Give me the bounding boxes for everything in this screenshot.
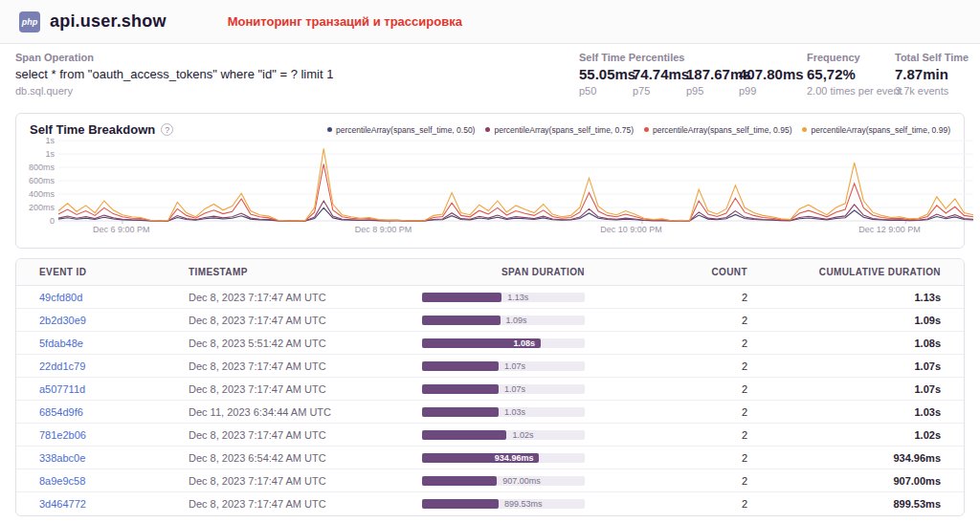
percentiles-label: Self Time Percentiles <box>579 52 807 63</box>
cell-cumulative-duration: 1.09s <box>767 315 941 326</box>
line-chart <box>58 141 973 221</box>
duration-bar-fill <box>422 361 499 371</box>
cell-event-id: 3d464772 <box>39 498 189 510</box>
chart-legend: percentileArray(spans_self_time, 0.50)pe… <box>327 125 950 135</box>
table-row: 6854d9f6Dec 11, 2023 6:34:44 AM UTC1.03s… <box>16 401 964 424</box>
series-line <box>58 207 973 221</box>
cell-cumulative-duration: 1.02s <box>767 429 941 441</box>
percentile-item: 187.67msp95 <box>686 66 739 97</box>
duration-bar-track: 934.96ms <box>422 453 585 463</box>
cell-cumulative-duration: 1.07s <box>767 360 941 372</box>
event-id-link[interactable]: 2b2d30e9 <box>39 315 86 326</box>
help-icon[interactable]: ? <box>161 123 173 136</box>
duration-bar-track: 1.09s <box>422 316 585 325</box>
percentiles-values: 55.05msp5074.74msp75187.67msp95407.80msp… <box>579 66 807 97</box>
series-line <box>58 164 973 221</box>
duration-bar-label: 1.03s <box>504 407 525 417</box>
percentile-name: p50 <box>579 85 633 97</box>
cell-event-id: 2b2d30e9 <box>39 315 189 326</box>
cell-timestamp: Dec 8, 2023 7:17:47 AM UTC <box>189 498 422 510</box>
y-tick-label: 600ms <box>20 176 55 185</box>
event-id-link[interactable]: 338abc0e <box>39 452 85 464</box>
duration-bar-track: 1.07s <box>422 361 585 371</box>
total-self-time-label: Total Self Time <box>895 52 969 63</box>
cell-count: 2 <box>613 315 767 326</box>
duration-bar-label: 1.08s <box>514 338 536 348</box>
cell-span-duration: 1.08s <box>422 338 613 348</box>
page-title: api.user.show <box>50 11 167 32</box>
cell-count: 2 <box>613 360 767 372</box>
frequency-sub: 2.00 times per event <box>807 85 902 97</box>
cell-event-id: 8a9e9c58 <box>39 475 189 487</box>
event-id-link[interactable]: 49cfd80d <box>39 292 82 303</box>
cell-timestamp: Dec 8, 2023 7:17:47 AM UTC <box>189 315 422 326</box>
legend-label: percentileArray(spans_self_time, 0.50) <box>336 125 476 135</box>
percentile-name: p99 <box>739 85 807 97</box>
y-tick-label: 400ms <box>20 189 55 199</box>
event-id-link[interactable]: 3d464772 <box>39 498 86 510</box>
duration-bar-label: 907.00ms <box>502 476 541 486</box>
duration-bar-fill <box>422 407 499 417</box>
cell-span-duration: 1.13s <box>422 293 613 302</box>
cell-count: 2 <box>613 452 767 464</box>
column-header: CUMULATIVE DURATION <box>767 267 941 277</box>
legend-item[interactable]: percentileArray(spans_self_time, 0.50) <box>327 125 476 135</box>
legend-label: percentileArray(spans_self_time, 0.95) <box>653 125 792 135</box>
legend-item[interactable]: percentileArray(spans_self_time, 0.99) <box>802 125 950 135</box>
cell-span-duration: 1.02s <box>422 430 613 440</box>
y-tick-label: 200ms <box>20 203 55 212</box>
cell-cumulative-duration: 1.08s <box>767 338 941 349</box>
duration-bar-label: 1.07s <box>504 384 525 394</box>
duration-bar-label: 934.96ms <box>495 453 534 463</box>
event-id-link[interactable]: 6854d9f6 <box>39 406 83 418</box>
cell-cumulative-duration: 934.96ms <box>767 452 941 464</box>
duration-bar-track: 907.00ms <box>422 476 585 486</box>
y-tick-label: 1s <box>20 136 55 145</box>
cell-span-duration: 1.07s <box>422 361 613 371</box>
legend-item[interactable]: percentileArray(spans_self_time, 0.75) <box>485 125 634 135</box>
duration-bar-label: 1.13s <box>507 293 528 302</box>
total-self-time-value: 7.87min <box>895 66 969 82</box>
duration-bar-label: 899.53ms <box>504 499 543 509</box>
duration-bar-fill <box>422 316 501 325</box>
x-tick-label: Dec 10 9:00 PM <box>600 225 662 234</box>
total-self-time-block: Total Self Time 7.87min 3.7k events <box>895 52 969 97</box>
cell-cumulative-duration: 1.03s <box>767 406 941 418</box>
percentile-value: 55.05ms <box>579 66 633 82</box>
cell-count: 2 <box>613 406 767 418</box>
frequency-label: Frequency <box>807 52 902 63</box>
cell-event-id: 781e2b06 <box>39 429 189 441</box>
legend-dot-icon <box>327 127 332 132</box>
chart-plot-area[interactable]: 1s1s800ms600ms400ms200ms0 Dec 6 9:00 PMD… <box>58 141 956 240</box>
legend-dot-icon <box>802 127 807 132</box>
annotation-text: Мониторинг транзаций и трассировка <box>228 14 462 29</box>
event-id-link[interactable]: a507711d <box>39 383 85 395</box>
duration-bar-fill <box>422 430 506 440</box>
cell-span-duration: 907.00ms <box>422 476 613 486</box>
percentile-name: p75 <box>633 85 686 97</box>
duration-bar-fill <box>422 499 499 509</box>
column-header: SPAN DURATION <box>422 267 613 277</box>
percentile-item: 55.05msp50 <box>579 66 633 97</box>
span-operation-block: Span Operation select * from "oauth_acce… <box>15 52 333 97</box>
table-row: 49cfd80dDec 8, 2023 7:17:47 AM UTC1.13s2… <box>16 286 964 309</box>
cell-event-id: 49cfd80d <box>39 292 189 303</box>
duration-bar-label: 1.02s <box>512 430 533 440</box>
legend-item[interactable]: percentileArray(spans_self_time, 0.95) <box>644 125 792 135</box>
span-operation-query: select * from "oauth_access_tokens" wher… <box>15 67 333 81</box>
event-id-link[interactable]: 5fdab48e <box>39 338 83 349</box>
duration-bar-fill <box>422 293 501 302</box>
column-header: COUNT <box>613 267 767 277</box>
event-id-link[interactable]: 22dd1c79 <box>39 360 85 372</box>
cell-span-duration: 1.07s <box>422 384 613 394</box>
y-tick-label: 800ms <box>20 163 55 172</box>
total-self-time-sub: 3.7k events <box>895 85 969 97</box>
self-time-percentiles-block: Self Time Percentiles 55.05msp5074.74msp… <box>579 52 807 97</box>
event-id-link[interactable]: 8a9e9c58 <box>39 475 85 487</box>
frequency-value: 65,72% <box>807 66 902 82</box>
cell-count: 2 <box>613 429 767 441</box>
table-row: 22dd1c79Dec 8, 2023 7:17:47 AM UTC1.07s2… <box>16 355 964 378</box>
table-row: 3d464772Dec 8, 2023 7:17:47 AM UTC899.53… <box>16 492 964 515</box>
event-id-link[interactable]: 781e2b06 <box>39 429 86 441</box>
span-operation-op: db.sql.query <box>15 85 333 97</box>
